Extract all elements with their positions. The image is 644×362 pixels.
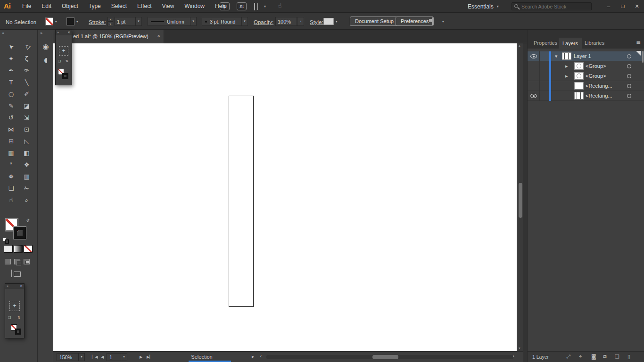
menu-view[interactable]: View <box>157 0 180 13</box>
mesh-tool[interactable]: ▦ <box>3 147 19 159</box>
gradient-tool[interactable]: ◧ <box>19 147 34 159</box>
scroll-left-icon[interactable] <box>260 354 262 359</box>
mini-stroke-swatch[interactable] <box>62 73 68 79</box>
create-layer-icon[interactable]: ❏ <box>615 354 619 360</box>
layer-row-rectangle2[interactable]: <Rectang... <box>528 91 644 101</box>
layer-thumbnail[interactable] <box>574 72 584 80</box>
layer-name[interactable]: <Rectang... <box>586 93 612 99</box>
tab-layers[interactable]: Layers <box>559 38 582 49</box>
opacity-input[interactable] <box>276 19 295 25</box>
chevron-down-icon[interactable] <box>241 17 248 25</box>
target-circle[interactable] <box>627 74 631 78</box>
shape-builder-tool[interactable]: ⊞ <box>3 135 19 147</box>
default-fill-stroke-icon[interactable] <box>3 238 9 244</box>
gradient-button[interactable] <box>14 246 22 252</box>
panel-close-icon[interactable] <box>67 31 70 34</box>
document-setup-button[interactable]: Document Setup <box>350 16 399 26</box>
plus-tool[interactable]: + <box>9 301 20 311</box>
layer-row-group1[interactable]: ▶ <Group> <box>528 61 644 71</box>
previous-artboard-icon[interactable] <box>101 355 104 359</box>
mini-mode-left-icon[interactable]: ❏ <box>58 59 61 63</box>
fill-color-swatch[interactable] <box>45 17 53 25</box>
direct-selection-tool[interactable]: ▷ <box>19 41 34 53</box>
disclosure-icon[interactable]: ▼ <box>555 55 557 58</box>
align-options-icon[interactable] <box>432 17 433 25</box>
disclosure-icon[interactable]: ▶ <box>565 65 568 68</box>
layer-row-layer1[interactable]: ▼ Layer 1 <box>528 51 644 61</box>
layer-name[interactable]: <Rectang... <box>586 83 612 89</box>
zoom-tool[interactable]: ⌕ <box>19 194 34 206</box>
status-flyout-icon[interactable] <box>252 355 254 359</box>
menu-object[interactable]: Object <box>57 0 83 13</box>
arrange-documents-icon[interactable] <box>254 3 255 10</box>
target-circle[interactable] <box>627 64 631 68</box>
opacity-label[interactable]: Opacity: <box>254 19 273 25</box>
target-circle[interactable] <box>627 54 631 58</box>
stroke-swatch[interactable] <box>14 227 26 239</box>
tab-close-icon[interactable] <box>157 34 160 38</box>
brush-dropdown[interactable]: 3 pt. Round <box>202 17 248 26</box>
chevron-down-icon[interactable] <box>190 17 196 25</box>
search-input[interactable] <box>521 3 590 10</box>
chevron-down-icon[interactable] <box>264 5 266 8</box>
perspective-grid-tool[interactable]: ◺ <box>19 135 34 147</box>
page-tool[interactable]: ◖ <box>40 54 52 66</box>
layer-thumbnail[interactable] <box>562 52 571 60</box>
none-button[interactable] <box>24 246 32 252</box>
layer-thumbnail[interactable] <box>574 62 584 70</box>
restore-button[interactable]: ❐ <box>616 0 630 13</box>
artboard-input[interactable] <box>107 354 118 360</box>
disclosure-icon[interactable]: ▶ <box>565 74 568 78</box>
fill-chevron-icon[interactable] <box>55 20 57 24</box>
menu-select[interactable]: Select <box>106 0 132 13</box>
stroke-chevron-icon[interactable] <box>76 20 78 24</box>
eraser-tool[interactable]: ◪ <box>19 100 34 112</box>
type-tool[interactable]: T <box>3 76 19 88</box>
stock-search-box[interactable] <box>512 2 592 10</box>
artwork-rectangle[interactable] <box>229 96 254 307</box>
zoom-control[interactable]: 150% <box>57 353 85 361</box>
horizontal-scroll-thumb[interactable] <box>372 355 398 359</box>
panel-expand-icon[interactable] <box>7 285 8 288</box>
lock-toggle[interactable] <box>540 91 549 101</box>
artboard-tool[interactable]: ❏ <box>3 182 19 194</box>
layer-name[interactable]: <Group> <box>586 73 606 79</box>
layer-thumbnail[interactable] <box>574 82 584 90</box>
width-tool[interactable]: ⋈ <box>3 123 19 135</box>
scroll-up-icon[interactable] <box>519 44 520 48</box>
stroke-width-combo[interactable] <box>115 17 142 26</box>
align-chevron-icon[interactable] <box>442 20 444 24</box>
chevron-down-icon[interactable] <box>135 17 141 25</box>
style-label[interactable]: Style: <box>310 19 323 25</box>
delete-selection-icon[interactable]: ▯ <box>627 354 630 360</box>
stroke-stepper[interactable] <box>107 17 113 26</box>
visibility-toggle[interactable] <box>528 91 540 101</box>
stepper-up-icon[interactable] <box>107 17 113 22</box>
stock-button[interactable]: St <box>237 2 247 10</box>
artboard-navigation-field[interactable] <box>107 353 127 361</box>
lock-toggle[interactable] <box>540 81 549 91</box>
symbol-sprayer-tool[interactable]: ✵ <box>3 171 19 182</box>
minimize-button[interactable]: ─ <box>602 0 616 13</box>
menu-edit[interactable]: Edit <box>36 0 57 13</box>
rotate-tool[interactable]: ↺ <box>3 112 19 123</box>
chevron-down-icon[interactable] <box>121 354 127 361</box>
opacity-field[interactable] <box>275 17 297 26</box>
menu-type[interactable]: Type <box>83 0 106 13</box>
curvature-tool[interactable]: ✑ <box>19 65 34 76</box>
eyedropper-tool[interactable]: ❜ <box>3 159 19 171</box>
stroke-color-swatch[interactable] <box>66 17 74 25</box>
stroke-profile-dropdown[interactable]: Uniform <box>148 17 197 26</box>
menu-window[interactable]: Window <box>179 0 210 13</box>
touch-workspace-icon[interactable] <box>278 3 281 8</box>
swap-fill-stroke-icon[interactable] <box>25 218 31 223</box>
status-tool-indicator[interactable]: Selection <box>173 354 230 360</box>
mini-stroke-swatch[interactable] <box>15 329 21 335</box>
create-sublayer-icon[interactable]: ⧉ <box>603 354 607 360</box>
scroll-down-icon[interactable] <box>519 347 520 350</box>
canvas[interactable] <box>53 43 517 351</box>
bridge-button[interactable]: Br <box>220 2 230 10</box>
style-chevron-icon[interactable] <box>336 20 338 24</box>
chevron-down-icon[interactable] <box>78 354 84 361</box>
target-circle[interactable] <box>627 84 631 88</box>
